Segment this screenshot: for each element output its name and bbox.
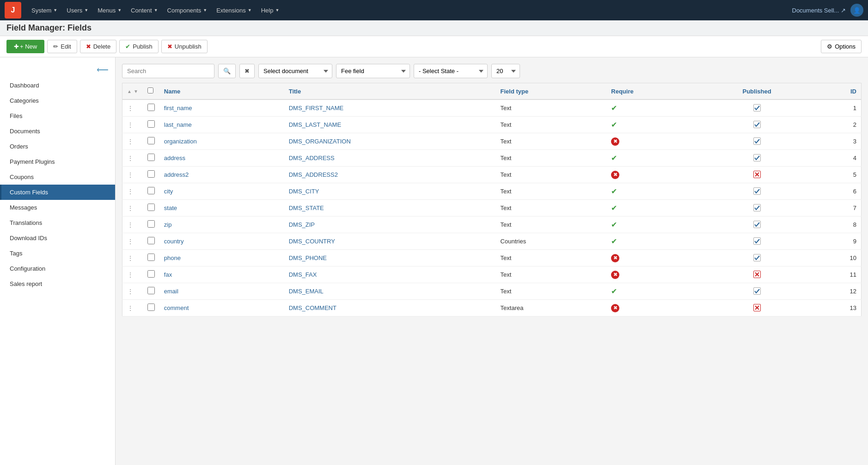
row-checkbox[interactable] — [147, 137, 155, 144]
row-checkbox[interactable] — [147, 304, 155, 311]
sidebar-collapse-button[interactable]: ⟵ — [97, 65, 109, 75]
nav-item-menus[interactable]: Menus▼ — [93, 5, 126, 16]
sidebar-item-coupons[interactable]: Coupons — [0, 169, 115, 185]
row-name[interactable]: address — [164, 155, 185, 161]
sidebar-item-sales-report[interactable]: Sales report — [0, 276, 115, 291]
drag-handle[interactable]: ⋮ — [127, 188, 134, 195]
drag-handle[interactable]: ⋮ — [127, 304, 134, 312]
row-title[interactable]: DMS_COMMENT — [289, 304, 336, 311]
row-checkbox[interactable] — [147, 170, 155, 178]
clear-search-button[interactable]: ✖ — [239, 64, 255, 78]
drag-handle[interactable]: ⋮ — [127, 271, 134, 279]
published-checkbox[interactable] — [753, 304, 761, 311]
published-checkbox[interactable] — [753, 237, 761, 245]
th-published[interactable]: Published — [701, 83, 813, 100]
sidebar-item-tags[interactable]: Tags — [0, 246, 115, 261]
published-checkbox[interactable] — [753, 271, 761, 278]
nav-item-content[interactable]: Content▼ — [126, 5, 162, 16]
row-title[interactable]: DMS_ZIP — [289, 221, 315, 228]
row-name[interactable]: first_name — [164, 105, 192, 112]
drag-handle[interactable]: ⋮ — [127, 138, 134, 145]
row-name[interactable]: organization — [164, 138, 197, 145]
published-checkbox[interactable] — [753, 187, 761, 195]
row-name[interactable]: email — [164, 288, 178, 295]
row-title[interactable]: DMS_CITY — [289, 188, 319, 195]
row-title[interactable]: DMS_ADDRESS — [289, 155, 335, 161]
published-checkbox[interactable] — [753, 287, 761, 295]
new-button[interactable]: ✚ + New — [6, 40, 44, 53]
select-all-checkbox[interactable] — [147, 87, 153, 93]
drag-handle[interactable]: ⋮ — [127, 105, 134, 112]
per-page-filter[interactable]: 20 51015202550100 — [491, 64, 520, 78]
row-title[interactable]: DMS_LAST_NAME — [289, 121, 341, 128]
row-checkbox[interactable] — [147, 154, 155, 161]
drag-handle[interactable]: ⋮ — [127, 221, 134, 229]
row-checkbox[interactable] — [147, 104, 155, 111]
row-name[interactable]: fax — [164, 271, 172, 278]
sidebar-item-messages[interactable]: Messages — [0, 200, 115, 215]
sidebar-item-categories[interactable]: Categories — [0, 93, 115, 108]
row-title[interactable]: DMS_COUNTRY — [289, 238, 335, 245]
row-title[interactable]: DMS_FIRST_NAME — [289, 105, 343, 112]
drag-handle[interactable]: ⋮ — [127, 121, 134, 129]
row-checkbox[interactable] — [147, 220, 155, 228]
th-id[interactable]: ID — [813, 83, 862, 100]
edit-button[interactable]: ✏ Edit — [47, 40, 77, 53]
row-name[interactable]: country — [164, 238, 184, 245]
search-button[interactable]: 🔍 — [218, 64, 236, 78]
sidebar-item-orders[interactable]: Orders — [0, 139, 115, 154]
published-checkbox[interactable] — [753, 171, 761, 178]
th-title[interactable]: Title — [284, 83, 496, 100]
row-name[interactable]: city — [164, 188, 173, 195]
row-checkbox[interactable] — [147, 237, 155, 244]
delete-button[interactable]: ✖ Delete — [80, 40, 117, 53]
nav-item-system[interactable]: System▼ — [27, 5, 62, 16]
docs-sell-link[interactable]: Documents Sell... ↗ — [792, 7, 846, 14]
row-name[interactable]: state — [164, 205, 177, 211]
row-checkbox[interactable] — [147, 187, 155, 194]
row-name[interactable]: zip — [164, 221, 172, 228]
published-checkbox[interactable] — [753, 221, 761, 228]
user-icon[interactable]: 👤 — [850, 4, 863, 17]
unpublish-button[interactable]: ✖ Unpublish — [161, 40, 208, 53]
published-checkbox[interactable] — [753, 254, 761, 261]
nav-item-help[interactable]: Help▼ — [257, 5, 284, 16]
drag-handle[interactable]: ⋮ — [127, 254, 134, 262]
row-title[interactable]: DMS_ORGANIZATION — [289, 138, 351, 145]
nav-item-extensions[interactable]: Extensions▼ — [212, 5, 257, 16]
search-input[interactable] — [122, 64, 214, 78]
sidebar-item-payment-plugins[interactable]: Payment Plugins — [0, 154, 115, 169]
row-checkbox[interactable] — [147, 204, 155, 211]
drag-handle[interactable]: ⋮ — [127, 171, 134, 179]
row-name[interactable]: comment — [164, 304, 189, 311]
row-title[interactable]: DMS_STATE — [289, 205, 324, 211]
row-title[interactable]: DMS_FAX — [289, 271, 317, 278]
sidebar-item-documents[interactable]: Documents — [0, 124, 115, 139]
row-checkbox[interactable] — [147, 254, 155, 261]
published-checkbox[interactable] — [753, 204, 761, 211]
state-filter[interactable]: - Select State - — [414, 64, 488, 78]
published-checkbox[interactable] — [753, 104, 761, 112]
drag-handle[interactable]: ⋮ — [127, 205, 134, 212]
row-name[interactable]: last_name — [164, 121, 192, 128]
row-name[interactable]: address2 — [164, 171, 189, 178]
fee-field-filter[interactable]: Fee field — [336, 64, 410, 78]
sidebar-item-dashboard[interactable]: Dashboard — [0, 78, 115, 93]
document-filter[interactable]: Select document — [258, 64, 332, 78]
row-title[interactable]: DMS_PHONE — [289, 254, 327, 261]
nav-item-components[interactable]: Components▼ — [163, 5, 212, 16]
row-checkbox[interactable] — [147, 120, 155, 128]
published-checkbox[interactable] — [753, 154, 761, 161]
sidebar-item-files[interactable]: Files — [0, 108, 115, 124]
sidebar-item-custom-fields[interactable]: Custom Fields — [0, 185, 115, 200]
drag-handle[interactable]: ⋮ — [127, 288, 134, 295]
drag-handle[interactable]: ⋮ — [127, 155, 134, 162]
row-title[interactable]: DMS_EMAIL — [289, 288, 324, 295]
row-checkbox[interactable] — [147, 287, 155, 294]
sidebar-item-translations[interactable]: Translations — [0, 215, 115, 230]
th-field-type[interactable]: Field type — [496, 83, 607, 100]
row-checkbox[interactable] — [147, 270, 155, 278]
row-name[interactable]: phone — [164, 254, 181, 261]
row-title[interactable]: DMS_ADDRESS2 — [289, 171, 338, 178]
published-checkbox[interactable] — [753, 121, 761, 128]
